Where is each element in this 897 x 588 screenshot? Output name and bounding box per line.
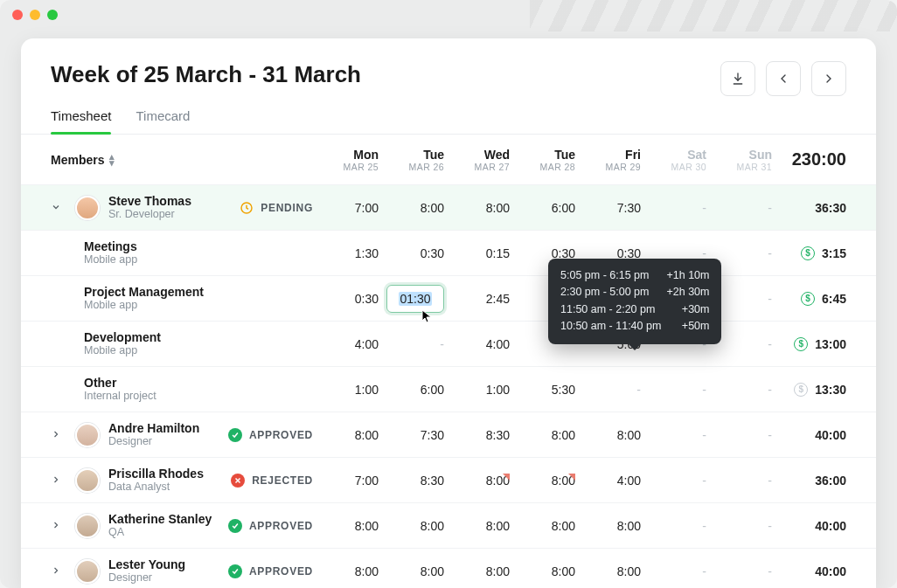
- time-cell[interactable]: 8:00: [486, 519, 510, 533]
- status-badge: PENDING: [240, 201, 313, 215]
- time-cell[interactable]: 6:00: [552, 201, 575, 215]
- time-cell[interactable]: 8:00: [552, 564, 575, 578]
- status-label: APPROVED: [249, 520, 313, 532]
- check-circle-icon: [228, 428, 242, 442]
- window-close-icon[interactable]: [12, 10, 23, 20]
- time-cell[interactable]: 8:00: [486, 564, 510, 578]
- time-cell-input[interactable]: 01:30: [386, 285, 444, 313]
- time-cell[interactable]: 8:30: [486, 428, 510, 442]
- time-cell[interactable]: 8:00: [617, 428, 641, 442]
- time-cell[interactable]: 8:00: [421, 519, 444, 533]
- download-icon: [731, 72, 745, 86]
- time-cell[interactable]: 7:30: [617, 201, 641, 215]
- time-cell[interactable]: 5:30: [552, 383, 575, 397]
- sort-icon: ▴▾: [109, 154, 115, 166]
- time-cell-empty: -: [768, 428, 772, 442]
- task-total: 6:45: [822, 292, 846, 306]
- chevron-right-icon[interactable]: [51, 474, 66, 488]
- time-cell[interactable]: 8:00: [617, 519, 641, 533]
- time-cell[interactable]: 8:00: [421, 564, 444, 578]
- task-name: Other: [84, 376, 156, 390]
- time-cell-empty: -: [768, 201, 772, 215]
- day-header: TueMAR 26: [379, 148, 444, 172]
- day-header: FriMAR 29: [575, 148, 641, 172]
- status-badge: APPROVED: [228, 428, 313, 442]
- window-zoom-icon[interactable]: [47, 10, 58, 20]
- time-cell[interactable]: 2:45: [486, 292, 510, 306]
- time-cell-empty: -: [768, 383, 772, 397]
- status-badge: APPROVED: [228, 564, 313, 578]
- avatar: [75, 514, 100, 538]
- tooltip-range: 5:05 pm - 6:15 pm: [560, 267, 649, 284]
- tooltip-duration: +2h 30m: [666, 284, 709, 301]
- chevron-right-icon[interactable]: [51, 428, 66, 442]
- time-cell[interactable]: 8:00: [355, 564, 379, 578]
- chevron-left-icon: [776, 72, 790, 86]
- time-cell-empty: -: [768, 292, 772, 306]
- time-cell[interactable]: 7:30: [421, 428, 444, 442]
- time-cell[interactable]: 1:00: [355, 383, 379, 397]
- member-total: 36:00: [815, 474, 846, 488]
- tooltip-range: 11:50 am - 2:20 pm: [560, 301, 655, 318]
- tab-timesheet[interactable]: Timesheet: [51, 108, 111, 134]
- time-cell[interactable]: 8:00: [421, 201, 444, 215]
- time-cell[interactable]: 4:00: [617, 474, 641, 488]
- tab-timecard[interactable]: Timecard: [136, 108, 190, 134]
- time-cell[interactable]: 8:00: [617, 564, 641, 578]
- task-total: 13:00: [815, 337, 846, 351]
- prev-week-button[interactable]: [766, 61, 801, 96]
- time-cell[interactable]: 6:00: [421, 383, 444, 397]
- avatar: [75, 423, 100, 447]
- time-cell[interactable]: 1:30: [355, 246, 379, 260]
- time-cell-empty: -: [768, 337, 772, 351]
- member-total: 40:00: [815, 519, 846, 533]
- status-label: APPROVED: [249, 565, 313, 578]
- next-week-button[interactable]: [811, 61, 846, 96]
- time-cell[interactable]: 8:00: [486, 474, 510, 488]
- status-label: PENDING: [261, 202, 313, 214]
- day-header: WedMAR 27: [444, 148, 510, 172]
- tooltip-duration: +1h 10m: [666, 267, 709, 284]
- time-cell[interactable]: 0:15: [486, 246, 510, 260]
- billable-icon: $: [801, 246, 815, 260]
- time-cell[interactable]: 7:00: [355, 474, 379, 488]
- member-total: 40:00: [815, 428, 846, 442]
- time-cell[interactable]: 8:00: [355, 428, 379, 442]
- member-name: Lester Young: [108, 557, 185, 571]
- check-circle-icon: [228, 564, 242, 578]
- status-label: APPROVED: [249, 429, 313, 441]
- billable-icon: $: [794, 383, 808, 397]
- time-cell[interactable]: 8:00: [552, 519, 575, 533]
- time-cell[interactable]: 8:30: [421, 474, 444, 488]
- member-name: Steve Thomas: [108, 194, 191, 208]
- avatar: [75, 196, 100, 220]
- decorative-stripes: [530, 0, 897, 31]
- time-cell[interactable]: 8:00: [355, 519, 379, 533]
- time-cell[interactable]: 8:00: [552, 474, 575, 488]
- member-total: 40:00: [815, 564, 846, 578]
- time-cell[interactable]: 4:00: [355, 337, 379, 351]
- chevron-right-icon[interactable]: [51, 564, 66, 578]
- chevron-down-icon[interactable]: [51, 201, 66, 215]
- task-project: Mobile app: [84, 344, 161, 356]
- task-project: Mobile app: [84, 299, 204, 311]
- time-cell-empty: -: [768, 474, 772, 488]
- time-cell-empty: -: [768, 564, 772, 578]
- time-cell[interactable]: 8:00: [552, 428, 575, 442]
- day-header: SunMAR 31: [706, 148, 772, 172]
- time-cell[interactable]: 8:00: [486, 201, 510, 215]
- window-minimize-icon[interactable]: [30, 10, 40, 20]
- tooltip-duration: +50m: [682, 318, 710, 335]
- time-cell[interactable]: 0:30: [355, 292, 379, 306]
- time-cell[interactable]: 4:00: [486, 337, 510, 351]
- tooltip-range: 10:50 am - 11:40 pm: [560, 318, 661, 335]
- download-button[interactable]: [720, 61, 755, 96]
- time-cell[interactable]: 1:00: [486, 383, 510, 397]
- billable-icon: $: [794, 337, 808, 351]
- time-cell[interactable]: 0:30: [421, 246, 444, 260]
- time-cell[interactable]: 7:00: [355, 201, 379, 215]
- member-role: Designer: [108, 571, 185, 584]
- time-cell-empty: -: [768, 246, 772, 260]
- chevron-right-icon[interactable]: [51, 519, 66, 533]
- members-sort-header[interactable]: Members▴▾: [51, 153, 115, 167]
